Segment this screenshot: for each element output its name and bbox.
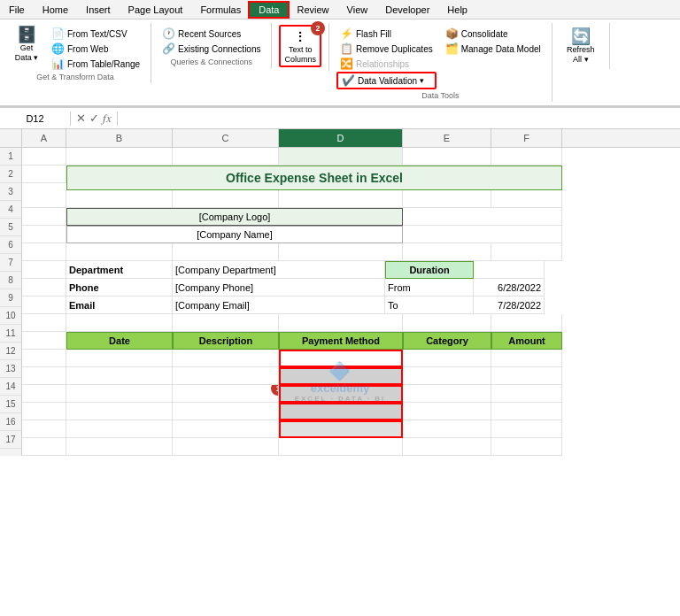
menu-file[interactable]: File [0, 3, 34, 17]
consolidate-button[interactable]: 📦 Consolidate [442, 27, 545, 41]
cell-a13[interactable] [22, 367, 66, 385]
confirm-icon[interactable]: ✓ [89, 112, 99, 125]
cell-d3[interactable] [279, 190, 403, 208]
col-c-header[interactable]: C [173, 129, 279, 147]
cell-dept-val[interactable]: [Company Department] [173, 261, 385, 279]
cell-duration-header[interactable]: Duration [385, 261, 474, 279]
cell-a17[interactable] [22, 438, 66, 456]
cell-b10[interactable] [66, 314, 173, 332]
cell-category-header[interactable]: Category [403, 332, 491, 350]
cell-d14[interactable] [279, 385, 403, 403]
from-web-button[interactable]: 🌐 From Web [48, 42, 143, 56]
cell-amount-header[interactable]: Amount [491, 332, 562, 350]
insert-function-icon[interactable]: 𝑓𝑥 [103, 112, 112, 126]
cell-a7[interactable] [22, 261, 66, 279]
cell-email-val[interactable]: [Company Email] [173, 296, 385, 314]
cell-from-val[interactable]: 6/28/2022 [474, 279, 545, 296]
cell-a4[interactable] [22, 208, 66, 226]
cell-a14[interactable] [22, 385, 66, 403]
cell-f17[interactable] [491, 438, 562, 456]
cell-e6[interactable] [403, 243, 491, 261]
cell-c17[interactable] [173, 438, 279, 456]
existing-connections-button[interactable]: 🔗 Existing Connections [158, 42, 264, 56]
menu-developer[interactable]: Developer [376, 3, 438, 17]
relationships-button[interactable]: 🔀 Relationships [336, 57, 437, 71]
cell-b15[interactable] [66, 403, 173, 420]
cell-a12[interactable] [22, 350, 66, 367]
cell-a16[interactable] [22, 420, 66, 438]
data-validation-button[interactable]: ✔️ Data Validation ▾ [336, 72, 437, 89]
cell-e13[interactable] [403, 367, 491, 385]
cell-payment-header[interactable]: Payment Method [279, 332, 403, 350]
menu-data[interactable]: Data [250, 3, 288, 17]
cell-d17[interactable] [279, 438, 403, 456]
cell-e15[interactable] [403, 403, 491, 420]
cell-c13[interactable] [173, 367, 279, 385]
cell-b6[interactable] [66, 243, 173, 261]
cell-reference[interactable]: D12 [0, 112, 71, 126]
cell-a15[interactable] [22, 403, 66, 420]
cell-from-label[interactable]: From [385, 279, 474, 296]
menu-view[interactable]: View [338, 3, 377, 17]
from-table-button[interactable]: 📊 From Table/Range [48, 57, 143, 71]
cell-ef5[interactable] [403, 226, 562, 243]
menu-insert[interactable]: Insert [77, 3, 120, 17]
col-b-header[interactable]: B [66, 129, 173, 147]
cell-a11[interactable] [22, 332, 66, 350]
cell-a5[interactable] [22, 226, 66, 243]
cell-f16[interactable] [491, 420, 562, 438]
cell-b1[interactable] [66, 148, 173, 166]
col-d-header[interactable]: D [279, 129, 403, 147]
cell-d10[interactable] [279, 314, 403, 332]
cell-a6[interactable] [22, 243, 66, 261]
manage-data-model-button[interactable]: 🗂️ Manage Data Model [442, 42, 545, 56]
cell-d6[interactable] [279, 243, 403, 261]
cell-ef4[interactable] [403, 208, 562, 226]
cell-email-label[interactable]: Email [66, 296, 173, 314]
cell-to-label[interactable]: To [385, 296, 474, 314]
cell-b12[interactable] [66, 350, 173, 367]
menu-page-layout[interactable]: Page Layout [120, 3, 192, 17]
cell-c12[interactable] [173, 350, 279, 367]
cell-a1[interactable] [22, 148, 66, 166]
cell-f10[interactable] [491, 314, 562, 332]
cell-d16[interactable] [279, 420, 403, 438]
refresh-all-button[interactable]: 🔄 Refresh All ▾ [560, 27, 602, 65]
col-e-header[interactable]: E [403, 129, 491, 147]
cell-c10[interactable] [173, 314, 279, 332]
cell-a8[interactable] [22, 279, 66, 296]
cell-b17[interactable] [66, 438, 173, 456]
cell-c16[interactable] [173, 420, 279, 438]
flash-fill-button[interactable]: ⚡ Flash Fill [336, 27, 437, 41]
cell-f12[interactable] [491, 350, 562, 367]
cell-e17[interactable] [403, 438, 491, 456]
cell-f14[interactable] [491, 385, 562, 403]
cell-d15[interactable] [279, 403, 403, 420]
cell-e12[interactable] [403, 350, 491, 367]
cell-title[interactable]: Office Expense Sheet in Excel [66, 166, 562, 190]
cell-c15[interactable] [173, 403, 279, 420]
cell-d1[interactable] [279, 148, 403, 166]
cell-e14[interactable] [403, 385, 491, 403]
col-f-header[interactable]: F [491, 129, 562, 147]
from-text-csv-button[interactable]: 📄 From Text/CSV [48, 27, 143, 41]
cell-phone-label[interactable]: Phone [66, 279, 173, 296]
cell-b16[interactable] [66, 420, 173, 438]
cell-c1[interactable] [173, 148, 279, 166]
formula-input[interactable] [118, 117, 680, 120]
cell-e1[interactable] [403, 148, 491, 166]
cancel-icon[interactable]: ✕ [76, 112, 86, 125]
cell-e3[interactable] [403, 190, 491, 208]
remove-duplicates-button[interactable]: 📋 Remove Duplicates [336, 42, 437, 56]
cell-c14[interactable]: 1 [173, 385, 279, 403]
cell-b3[interactable] [66, 190, 173, 208]
menu-review[interactable]: Review [288, 3, 337, 17]
cell-a2[interactable] [22, 166, 66, 183]
cell-phone-val[interactable]: [Company Phone] [173, 279, 385, 296]
cell-date-header[interactable]: Date [66, 332, 173, 350]
get-data-button[interactable]: 🗄️ Get Data ▾ [7, 25, 46, 64]
cell-c6[interactable] [173, 243, 279, 261]
recent-sources-button[interactable]: 🕐 Recent Sources [158, 27, 264, 41]
col-a-header[interactable]: A [22, 129, 66, 147]
cell-desc-header[interactable]: Description [173, 332, 279, 350]
